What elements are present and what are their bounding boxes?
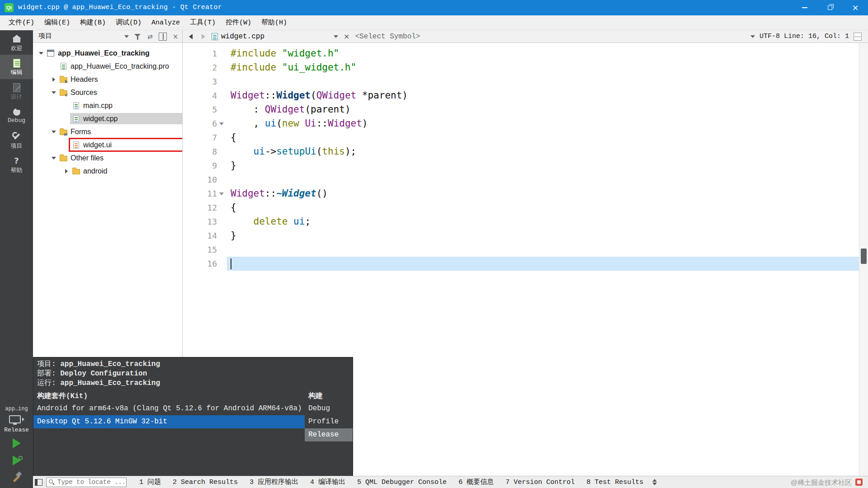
tree-item-android[interactable]: android — [33, 164, 182, 178]
open-document-selector[interactable]: widget.cpp — [212, 33, 338, 40]
output-panel-3 应用程序输出[interactable]: 3 应用程序输出 — [250, 476, 298, 488]
tree-item-Headers[interactable]: hHeaders — [33, 73, 182, 86]
build-option-Debug[interactable]: Debug — [305, 402, 353, 415]
restore-button[interactable] — [817, 0, 843, 15]
editor-scrollbar[interactable] — [859, 43, 868, 476]
sidebar-toggle-icon[interactable] — [35, 479, 42, 486]
output-panel-4 编译输出[interactable]: 4 编译输出 — [310, 476, 345, 488]
fold-marker-icon[interactable] — [219, 121, 224, 127]
tree-caret-icon[interactable] — [63, 169, 70, 174]
menu-item-调试(D)[interactable]: 调试(D) — [111, 15, 146, 30]
tree-item-Other files[interactable]: Other files — [33, 151, 182, 164]
code-line-16[interactable] — [227, 257, 868, 271]
split-pane-icon[interactable] — [159, 33, 167, 41]
mode-item-设计[interactable]: 设计 — [0, 79, 33, 103]
folder-badge: c — [65, 93, 67, 97]
close-pane-icon[interactable] — [171, 33, 179, 41]
build-option-Profile[interactable]: Profile — [305, 415, 353, 428]
output-panel-7 Version Control[interactable]: 7 Version Control — [505, 476, 575, 488]
forward-button[interactable] — [199, 32, 208, 41]
mode-item-Debug[interactable]: Debug — [0, 103, 33, 128]
code-line-2[interactable]: #include "ui_widget.h" — [227, 61, 868, 75]
close-document-button[interactable]: × — [342, 33, 351, 40]
filter-icon[interactable] — [133, 33, 142, 41]
code-line-7[interactable]: { — [227, 131, 868, 145]
menu-item-帮助(H)[interactable]: 帮助(H) — [256, 15, 292, 30]
output-panel-5 QML Debugger Console[interactable]: 5 QML Debugger Console — [357, 476, 447, 488]
tree-item-app_Huawei_Eco_tracking.pro[interactable]: app_Huawei_Eco_tracking.pro — [33, 60, 182, 73]
symbol-selector[interactable]: <Select Symbol> — [355, 33, 420, 40]
code-line-14[interactable]: } — [227, 229, 868, 243]
target-project-label[interactable]: app…ing — [5, 406, 28, 412]
run-button[interactable] — [9, 436, 24, 450]
minimize-button[interactable] — [792, 0, 817, 15]
code-row-10: 10 — [183, 173, 868, 187]
split-editor-button[interactable] — [854, 33, 862, 41]
build-list: DebugProfileRelease — [305, 402, 353, 441]
kit-popup-headers: 构建套件(Kit) 构建 — [33, 390, 353, 402]
code-row-4: 4Widget::Widget(QWidget *parent) — [183, 89, 868, 103]
tree-caret-icon[interactable] — [50, 91, 57, 94]
monitor-icon — [9, 415, 21, 423]
back-button[interactable] — [186, 32, 195, 41]
tree-item-widget.cpp[interactable]: widget.cpp — [33, 112, 182, 125]
tree-item-Forms[interactable]: uiForms — [33, 125, 182, 138]
kit-selector-button[interactable] — [9, 415, 24, 423]
tree-item-widget.ui[interactable]: widget.ui — [33, 138, 182, 151]
line-number-12: 12 — [183, 203, 227, 212]
line-number-5: 5 — [183, 105, 227, 114]
code-line-6[interactable]: , ui(new Ui::Widget) — [227, 117, 868, 131]
menu-item-Analyze[interactable]: Analyze — [146, 15, 185, 30]
mode-item-欢迎[interactable]: 欢迎 — [0, 30, 33, 55]
build-button[interactable] — [9, 471, 24, 484]
code-line-12[interactable]: { — [227, 201, 868, 215]
chevron-down-icon[interactable] — [750, 35, 755, 38]
code-line-11[interactable]: Widget::~Widget() — [227, 187, 868, 201]
output-panel-8 Test Results[interactable]: 8 Test Results — [586, 476, 643, 488]
tree-caret-icon[interactable] — [50, 131, 57, 133]
kit-option-Android for arm64-v8a (Clang Qt 5.12.6 for Android ARM64-v8a)[interactable]: Android for arm64-v8a (Clang Qt 5.12.6 f… — [33, 402, 305, 415]
fold-marker-icon[interactable] — [219, 191, 224, 197]
mode-item-项目[interactable]: 项目 — [0, 128, 33, 152]
tree-item-app_Huawei_Eco_tracking[interactable]: app_Huawei_Eco_tracking — [33, 47, 182, 60]
sync-with-editor-icon[interactable] — [146, 33, 154, 41]
scrollbar-thumb[interactable] — [861, 249, 867, 264]
code-line-9[interactable]: } — [227, 159, 868, 173]
close-button[interactable]: × — [843, 0, 868, 15]
editor-status-area: UTF-8 Line: 16, Col: 1 — [750, 33, 864, 41]
tree-caret-icon[interactable] — [50, 77, 57, 82]
mode-item-帮助[interactable]: 帮助 — [0, 152, 33, 177]
menu-item-控件(W)[interactable]: 控件(W) — [221, 15, 256, 30]
code-line-4[interactable]: Widget::Widget(QWidget *parent) — [227, 89, 868, 103]
code-line-13[interactable]: delete ui; — [227, 215, 868, 229]
kit-option-Desktop Qt 5.12.6 MinGW 32-bit[interactable]: Desktop Qt 5.12.6 MinGW 32-bit — [33, 415, 305, 428]
code-line-3[interactable] — [227, 75, 868, 89]
locator-input[interactable] — [46, 478, 127, 487]
debug-run-button[interactable] — [9, 454, 24, 467]
code-line-1[interactable]: #include "widget.h" — [227, 47, 868, 61]
tree-item-Sources[interactable]: cSources — [33, 86, 182, 99]
code-line-8[interactable]: ui->setupUi(this); — [227, 145, 868, 159]
close-icon: × — [852, 4, 859, 12]
menu-item-编辑(E)[interactable]: 编辑(E) — [39, 15, 75, 30]
menu-item-文件(F)[interactable]: 文件(F) — [4, 15, 39, 30]
target-config-label[interactable]: Release — [4, 427, 29, 433]
output-panel-2 Search Results[interactable]: 2 Search Results — [173, 476, 238, 488]
forms-folder-icon: ui — [59, 128, 67, 136]
build-option-Release[interactable]: Release — [305, 428, 353, 441]
pane-selector[interactable]: 项目 — [38, 33, 129, 40]
tree-item-main.cpp[interactable]: main.cpp — [33, 99, 182, 112]
tree-caret-icon[interactable] — [38, 52, 45, 55]
menu-item-工具(T)[interactable]: 工具(T) — [185, 15, 221, 30]
output-panel-1 问题[interactable]: 1 问题 — [139, 476, 161, 488]
mode-label: 帮助 — [11, 168, 23, 174]
mode-item-编辑[interactable]: 编辑 — [0, 55, 33, 79]
panel-arrows-icon[interactable] — [651, 479, 658, 486]
code-line-10[interactable] — [227, 173, 868, 187]
tree-caret-icon[interactable] — [50, 157, 57, 160]
output-panel-6 概要信息[interactable]: 6 概要信息 — [458, 476, 494, 488]
code-row-15: 15 — [183, 243, 868, 257]
code-line-15[interactable] — [227, 243, 868, 257]
code-line-5[interactable]: : QWidget(parent) — [227, 103, 868, 117]
menu-item-构建(B)[interactable]: 构建(B) — [75, 15, 111, 30]
